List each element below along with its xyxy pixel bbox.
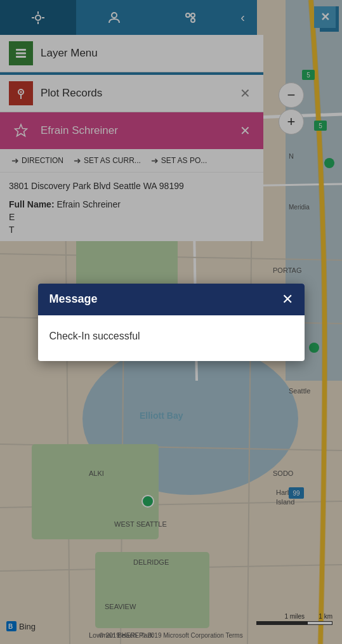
- message-modal: Message ✕ Check-In successful: [38, 284, 305, 361]
- modal-message: Check-In successful: [49, 331, 140, 341]
- modal-title: Message: [49, 292, 98, 306]
- modal-close-button[interactable]: ✕: [282, 292, 293, 306]
- modal-header: Message ✕: [38, 284, 305, 315]
- close-icon: ✕: [282, 291, 293, 307]
- modal-overlay: Message ✕ Check-In successful: [0, 0, 342, 644]
- modal-body: Check-In successful: [38, 315, 305, 361]
